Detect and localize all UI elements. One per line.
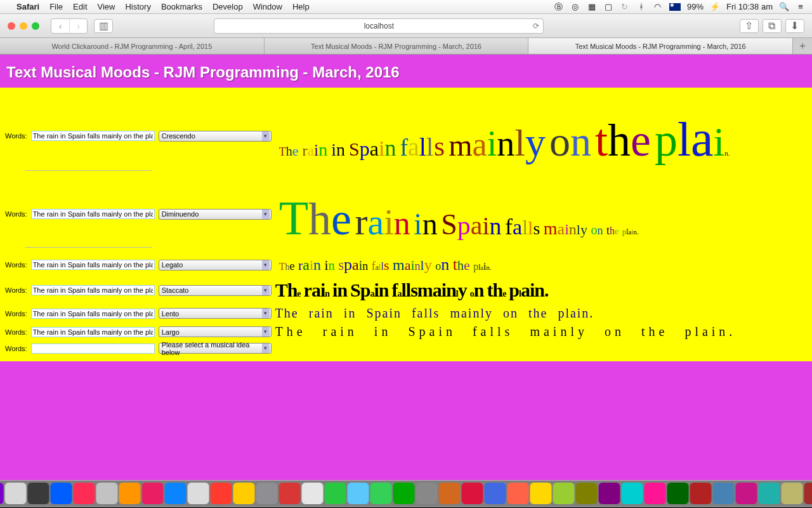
dock-app-icon[interactable] <box>142 483 164 504</box>
dock-app-icon[interactable] <box>5 483 27 504</box>
dock-app-icon[interactable] <box>393 483 415 504</box>
spotlight-icon[interactable]: 🔍 <box>779 2 789 12</box>
dock-app-icon[interactable] <box>279 483 301 504</box>
mode-select[interactable]: Lento <box>159 308 272 319</box>
words-label: Words: <box>5 132 27 140</box>
dock-app-icon[interactable] <box>188 483 209 504</box>
dock-app-icon[interactable] <box>782 483 803 504</box>
dock-app-icon[interactable] <box>622 483 643 504</box>
menu-view[interactable]: View <box>98 2 115 11</box>
mode-select[interactable]: Diminuendo <box>159 209 272 220</box>
dock-app-icon[interactable] <box>165 483 187 504</box>
dock-app-icon[interactable] <box>416 483 438 504</box>
dock-app-icon[interactable] <box>508 483 529 504</box>
dock-app-icon[interactable] <box>462 483 483 504</box>
mode-select[interactable]: Crescendo <box>159 131 272 142</box>
dock-app-icon[interactable] <box>759 483 780 504</box>
words-input[interactable] <box>31 131 155 141</box>
dock-app-icon[interactable] <box>667 483 689 504</box>
dock-app-icon[interactable] <box>233 483 255 504</box>
word: mainly <box>530 324 588 338</box>
zoom-button[interactable] <box>32 22 39 30</box>
close-button[interactable] <box>8 22 15 30</box>
word: The <box>275 306 299 320</box>
input-source-flag-icon[interactable] <box>669 3 681 11</box>
glyph: a <box>513 217 522 238</box>
dock-app-icon[interactable] <box>348 483 369 504</box>
menu-history[interactable]: History <box>125 2 150 11</box>
clock[interactable]: Fri 10:38 am <box>726 2 773 11</box>
words-input[interactable] <box>31 209 155 219</box>
share-button[interactable]: ⇧ <box>740 19 759 33</box>
dock-app-icon[interactable] <box>485 483 506 504</box>
dock-app-icon[interactable] <box>690 483 712 504</box>
menu-window[interactable]: Window <box>253 2 282 11</box>
notification-center-icon[interactable]: ≡ <box>796 2 806 12</box>
bluetooth-icon[interactable]: ᚼ <box>636 2 646 12</box>
menuextra-icon[interactable]: ◎ <box>570 2 580 12</box>
tab-0[interactable]: World Clickaround - RJM Programming - Ap… <box>0 38 265 54</box>
dock-app-icon[interactable] <box>74 483 95 504</box>
forward-button[interactable]: › <box>69 19 87 33</box>
dock-app-icon[interactable] <box>439 483 461 504</box>
menu-develop[interactable]: Develop <box>213 2 243 11</box>
back-button[interactable]: ‹ <box>51 19 69 33</box>
dock-app-icon[interactable] <box>0 483 4 504</box>
words-input[interactable] <box>31 344 155 354</box>
dock-app-icon[interactable] <box>645 483 666 504</box>
dock-app-icon[interactable] <box>553 483 575 504</box>
address-bar[interactable]: localhost ⟳ <box>214 18 544 34</box>
tab-1[interactable]: Text Musical Moods - RJM Programming - M… <box>265 38 529 54</box>
menuextra-icon[interactable]: ▦ <box>587 2 597 12</box>
menuextra-icon[interactable]: Ⓑ <box>554 2 564 12</box>
airplay-icon[interactable]: ▢ <box>603 2 613 12</box>
select-value: Please select a musical idea below <box>162 341 261 356</box>
dock-app-icon[interactable] <box>576 483 598 504</box>
menu-file[interactable]: File <box>49 2 63 11</box>
dock-app-icon[interactable] <box>256 483 278 504</box>
new-tab-button[interactable]: ＋ <box>793 38 812 54</box>
minimize-button[interactable] <box>20 22 27 30</box>
glyph: y <box>424 257 432 272</box>
dock-app-icon[interactable] <box>804 483 813 504</box>
dock-app-icon[interactable] <box>370 483 392 504</box>
glyph: o <box>435 260 441 272</box>
mode-select[interactable]: Largo <box>159 326 272 337</box>
dock-app-icon[interactable] <box>119 483 141 504</box>
dock-app-icon[interactable] <box>302 483 324 504</box>
dock-app-icon[interactable] <box>28 483 49 504</box>
app-name[interactable]: Safari <box>16 2 39 11</box>
tabs-button[interactable]: ⧉ <box>763 19 782 33</box>
dock-app-icon[interactable] <box>96 483 118 504</box>
dock-app-icon[interactable] <box>599 483 620 504</box>
mode-select[interactable]: Staccato <box>159 285 272 296</box>
dock-app-icon[interactable] <box>530 483 552 504</box>
menu-edit[interactable]: Edit <box>73 2 87 11</box>
reload-icon[interactable]: ⟳ <box>533 22 539 30</box>
dock-app-icon[interactable] <box>713 483 735 504</box>
dock-app-icon[interactable] <box>211 483 232 504</box>
menu-help[interactable]: Help <box>292 2 310 11</box>
timemachine-icon[interactable]: ↻ <box>620 2 630 12</box>
wifi-icon[interactable]: ◠ <box>653 2 663 12</box>
mode-select[interactable]: Please select a musical idea below <box>159 343 272 354</box>
dock-app-icon[interactable] <box>325 483 346 504</box>
word: The <box>275 324 306 338</box>
menu-bookmarks[interactable]: Bookmarks <box>161 2 202 11</box>
tab-2[interactable]: Text Musical Moods - RJM Programming - M… <box>528 38 793 54</box>
render-largo: TheraininSpainfallsmainlyontheplain. <box>275 324 753 339</box>
mode-select[interactable]: Legato <box>159 260 272 271</box>
words-input[interactable] <box>31 260 155 270</box>
word: falls <box>473 324 513 338</box>
words-input[interactable] <box>31 309 155 319</box>
dock-app-icon[interactable] <box>736 483 757 504</box>
downloads-button[interactable]: ⬇ <box>785 19 804 33</box>
sidebar-button[interactable]: ▥ <box>94 19 113 33</box>
words-input[interactable] <box>31 327 155 337</box>
battery-percent[interactable]: 99% <box>687 2 704 11</box>
battery-icon[interactable]: ⚡ <box>710 2 720 12</box>
row-legato: Words: Legato The rain in Spain falls ma… <box>3 255 809 274</box>
glyph: l <box>522 217 528 237</box>
words-input[interactable] <box>31 285 155 295</box>
dock-app-icon[interactable] <box>51 483 72 504</box>
